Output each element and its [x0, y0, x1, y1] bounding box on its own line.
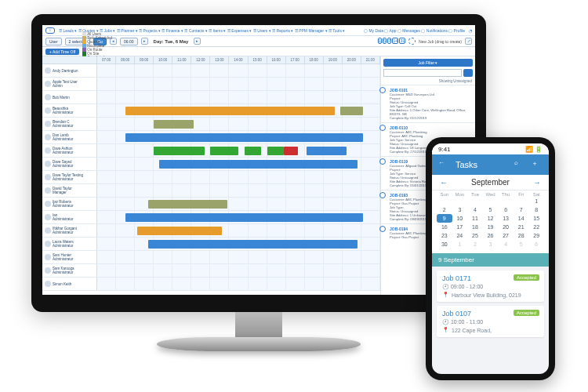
- job-card[interactable]: JOB-0101 Customer: M&D Surveyors LtdProj…: [381, 85, 475, 122]
- user-dropdown[interactable]: User: [45, 38, 62, 45]
- calendar-day[interactable]: 3: [483, 240, 499, 249]
- user-avatar-icon[interactable]: ◔: [469, 28, 472, 33]
- user-cell[interactable]: Simon Keith: [42, 278, 97, 290]
- calendar-day[interactable]: 2: [437, 205, 452, 214]
- calendar-day[interactable]: [483, 197, 499, 205]
- calendar-day[interactable]: 20: [498, 223, 514, 231]
- calendar-day[interactable]: 14: [514, 214, 529, 223]
- view-chip[interactable]: 1: [378, 38, 382, 44]
- calendar-day[interactable]: 3: [452, 205, 468, 214]
- nav-item[interactable]: ☰ Finance ▾: [162, 28, 183, 33]
- nav-right-item[interactable]: ▢ My Data: [364, 28, 383, 33]
- user-cell[interactable]: Brendan CAdministrator: [42, 118, 97, 130]
- user-cell[interactable]: Sam HunterAdministrator: [42, 251, 97, 263]
- nav-right-item[interactable]: ▢ App: [384, 28, 396, 33]
- calendar-day[interactable]: 12: [483, 214, 499, 223]
- calendar-day[interactable]: 9: [437, 214, 452, 223]
- calendar-day[interactable]: 7: [514, 205, 529, 214]
- next-time-button[interactable]: ▸: [141, 38, 148, 45]
- calendar-day[interactable]: 6: [498, 205, 514, 214]
- nav-item[interactable]: ☰ Items ▾: [209, 28, 226, 33]
- calendar-day[interactable]: 11: [467, 214, 483, 223]
- calendar-day[interactable]: 18: [467, 223, 483, 231]
- calendar-day[interactable]: 24: [452, 231, 468, 240]
- gantt-bar[interactable]: [210, 147, 238, 155]
- user-cell[interactable]: Iftikhar GorganiAdministrator: [42, 224, 97, 237]
- search-icon[interactable]: ⌕: [514, 159, 525, 170]
- user-cell[interactable]: BeaushkaAdministrator: [42, 104, 97, 117]
- gantt-bar[interactable]: [137, 227, 222, 235]
- nav-item[interactable]: ☰ Planner ▾: [117, 28, 138, 33]
- calendar-day[interactable]: 5: [514, 240, 529, 249]
- nav-item[interactable]: ☰ Leads ▾: [59, 28, 77, 33]
- calendar-day[interactable]: [498, 197, 514, 205]
- calendar-day[interactable]: 29: [528, 231, 544, 240]
- task-card[interactable]: Job 0171 Accepted 🕘 09:00 - 12:00 📍Harbo…: [437, 270, 544, 302]
- job-filter-button[interactable]: Job Filter ▾: [383, 59, 473, 67]
- view-chip[interactable]: 5: [383, 38, 387, 44]
- calendar-day[interactable]: 28: [514, 231, 529, 240]
- gantt-bar[interactable]: [284, 147, 298, 155]
- user-cell[interactable]: Dave Taylor TestingAdministrator: [42, 171, 97, 183]
- calendar-day[interactable]: 2: [467, 240, 483, 249]
- calendar-day[interactable]: 23: [437, 231, 452, 240]
- nav-right-item[interactable]: ▢ Messages: [397, 28, 420, 33]
- user-cell[interactable]: Apple Test UserAdmin: [42, 78, 97, 90]
- calendar-day[interactable]: 19: [483, 223, 499, 231]
- calendar-day[interactable]: 1: [528, 197, 544, 205]
- task-card[interactable]: Job 0107 Accepted 🕘 10:00 - 11:00 📍122 C…: [437, 306, 544, 337]
- nav-item[interactable]: ☰ Expenses ▾: [227, 28, 252, 33]
- calendar-day[interactable]: 26: [483, 231, 499, 240]
- user-cell[interactable]: IanAdministrator: [42, 211, 97, 223]
- calendar-day[interactable]: [514, 197, 529, 205]
- user-cell[interactable]: Andy Darrington: [42, 64, 97, 77]
- user-cell[interactable]: Dan LambAdministrator: [42, 131, 97, 143]
- nav-item[interactable]: ☰ PPM Manager ▾: [295, 28, 328, 33]
- gantt-bar[interactable]: [340, 107, 363, 115]
- calendar-day[interactable]: 15: [528, 214, 544, 223]
- calendar-day[interactable]: 6: [528, 240, 544, 249]
- gantt-bar[interactable]: [307, 147, 347, 155]
- next-day-button[interactable]: ▸: [194, 38, 201, 45]
- nav-item[interactable]: ☰ Tools ▾: [328, 28, 345, 33]
- calendar-day[interactable]: [452, 197, 468, 205]
- user-cell[interactable]: Sam KaroogaAdministrator: [42, 264, 97, 277]
- gantt-bar[interactable]: [159, 160, 358, 169]
- view-chip[interactable]: 7: [387, 38, 391, 44]
- calendar-day[interactable]: 5: [483, 205, 499, 214]
- calendar-day[interactable]: 10: [452, 214, 468, 223]
- calendar-day[interactable]: 27: [498, 231, 514, 240]
- gantt-rows[interactable]: Andy Darrington Apple Test UserAdmin Bob…: [42, 64, 380, 291]
- expand-button[interactable]: ⤢: [465, 38, 472, 45]
- nav-right-item[interactable]: ▢ Profile: [448, 28, 465, 33]
- time-field[interactable]: 06:00: [120, 38, 138, 45]
- view-chip[interactable]: 31: [399, 38, 405, 44]
- nav-item[interactable]: ☰ Users ▾: [253, 28, 271, 33]
- refresh-icon[interactable]: [408, 38, 416, 45]
- gantt-bar[interactable]: [148, 200, 227, 209]
- calendar-day[interactable]: [437, 197, 452, 205]
- add-icon[interactable]: ＋: [532, 159, 543, 170]
- gantt-bar[interactable]: [125, 107, 335, 115]
- calendar-day[interactable]: 8: [528, 205, 544, 214]
- back-icon[interactable]: ←: [438, 159, 449, 170]
- user-cell[interactable]: Dave SayedAdministrator: [42, 158, 97, 170]
- calendar-day[interactable]: 22: [528, 223, 544, 231]
- prev-month-button[interactable]: ←: [440, 178, 448, 187]
- calendar-day[interactable]: 16: [437, 223, 452, 231]
- calendar-day[interactable]: 13: [498, 214, 514, 223]
- calendar-day[interactable]: 30: [437, 240, 452, 249]
- nav-item[interactable]: ☰ Projects ▾: [139, 28, 161, 33]
- user-cell[interactable]: Dave AshtonAdministrator: [42, 144, 97, 157]
- calendar-day[interactable]: 25: [467, 231, 483, 240]
- nav-right-item[interactable]: ▢ Notifications: [421, 28, 448, 33]
- gantt-bar[interactable]: [125, 213, 363, 222]
- gantt-bar[interactable]: [148, 240, 358, 249]
- nav-item[interactable]: ☰ Reports ▾: [272, 28, 293, 33]
- calendar-day[interactable]: 4: [467, 205, 483, 214]
- calendar-day[interactable]: 17: [452, 223, 468, 231]
- nav-item[interactable]: ☰ Contacts ▾: [184, 28, 208, 33]
- job-search-input[interactable]: [383, 69, 462, 77]
- add-time-off-button[interactable]: + Add Time Off: [45, 49, 79, 55]
- user-cell[interactable]: David TaylorManager: [42, 184, 97, 197]
